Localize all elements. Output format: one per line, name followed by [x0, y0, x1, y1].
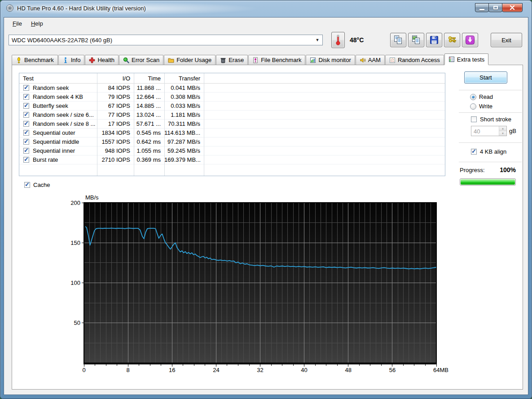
io-cell: 84 IOPS — [97, 84, 134, 91]
table-row[interactable]: ✓Sequential inner948 IOPS1.055 ms59.245 … — [19, 146, 445, 155]
step-down-icon[interactable]: ▼ — [499, 131, 506, 136]
tab-label: File Benchmark — [261, 57, 301, 63]
test-cell: ✓Random seek — [19, 84, 97, 91]
table-row[interactable]: ✓Random seek 4 KB79 IOPS12.664 ...0.308 … — [19, 93, 445, 102]
tab-disk-monitor[interactable]: Disk monitor — [306, 55, 355, 65]
test-name: Random seek 4 KB — [33, 93, 83, 100]
test-cell: ✓Sequential middle — [19, 138, 97, 145]
tab-health[interactable]: Health — [85, 55, 119, 65]
transfer-cell: 0.041 MB/s — [164, 84, 204, 91]
step-up-icon[interactable]: ▲ — [499, 126, 506, 131]
titlebar[interactable]: HD Tune Pro 4.60 - Hard Disk Utility (tr… — [0, 0, 532, 17]
short-stroke-checkbox[interactable]: ✓ Short stroke — [471, 116, 511, 123]
tab-info[interactable]: Info — [58, 55, 85, 65]
svg-text:48: 48 — [345, 367, 352, 373]
maximize-button[interactable] — [488, 3, 502, 12]
tab-folder-usage[interactable]: Folder Usage — [164, 55, 215, 65]
svg-text:56: 56 — [389, 367, 396, 373]
table-row[interactable]: ✓Random seek / size 6...77 IOPS13.024 ..… — [19, 111, 445, 120]
row-checkbox[interactable]: ✓ — [23, 157, 29, 163]
read-radio[interactable]: Read — [470, 93, 493, 100]
time-cell: 57.671 ... — [134, 120, 164, 127]
erase-icon — [220, 57, 226, 63]
tab-label: Error Scan — [132, 57, 159, 63]
write-label: Write — [479, 103, 492, 110]
keys-icon — [447, 35, 457, 45]
table-row[interactable]: ✓Sequential middle1557 IOPS0.642 ms97.28… — [19, 137, 445, 146]
menu-help[interactable]: Help — [26, 18, 48, 29]
row-checkbox[interactable]: ✓ — [23, 148, 29, 154]
row-checkbox[interactable]: ✓ — [23, 112, 29, 118]
row-checkbox[interactable]: ✓ — [23, 139, 29, 145]
4kb-align-checkbox[interactable]: ✓ 4 KB align — [471, 148, 506, 155]
row-checkbox[interactable]: ✓ — [23, 94, 29, 100]
time-cell: 0.545 ms — [134, 129, 164, 136]
table-row[interactable]: ✓Sequential outer1834 IOPS0.545 ms114.61… — [19, 129, 445, 137]
separator — [459, 112, 522, 113]
table-row[interactable]: ✓Burst rate2710 IOPS0.369 ms169.379 MB..… — [19, 155, 445, 164]
copy-text-button[interactable] — [390, 33, 406, 47]
exit-button[interactable]: Exit — [491, 33, 522, 47]
transfer-cell: 114.613 MB... — [164, 129, 204, 136]
copy-image-button[interactable] — [408, 33, 424, 47]
table-header: TestI/OTimeTransfer — [19, 73, 445, 84]
write-radio[interactable]: Write — [470, 103, 492, 110]
app-icon — [6, 4, 14, 12]
svg-text:8: 8 — [126, 367, 129, 373]
client-area: FileHelp WDC WD6400AAKS-22A7B2 (640 gB) … — [4, 17, 528, 395]
4kb-align-label: 4 KB align — [480, 148, 506, 155]
tab-file-benchmark[interactable]: File Benchmark — [248, 55, 305, 65]
column-separator — [204, 73, 204, 176]
app-window: HD Tune Pro 4.60 - Hard Disk Utility (tr… — [0, 0, 532, 399]
check-icon: ✓ — [24, 138, 29, 144]
temperature-button[interactable] — [331, 32, 345, 48]
svg-text:0: 0 — [82, 367, 85, 373]
row-checkbox[interactable]: ✓ — [23, 85, 29, 91]
test-name: Sequential inner — [33, 147, 75, 154]
row-checkbox[interactable]: ✓ — [23, 121, 29, 127]
table-row[interactable]: ✓Random seek / size 8 ...17 IOPS57.671 .… — [19, 120, 445, 129]
transfer-chart: 501001502000816243240485664MBMB/s — [59, 192, 459, 386]
menu-file[interactable]: File — [8, 18, 26, 29]
tab-erase[interactable]: Erase — [216, 55, 248, 65]
save-button[interactable] — [426, 33, 442, 47]
row-checkbox[interactable]: ✓ — [23, 130, 29, 136]
error-scan-icon — [123, 57, 129, 63]
test-cell: ✓Burst rate — [19, 156, 97, 163]
tab-extra-tests[interactable]: Extra tests — [444, 53, 488, 65]
test-cell: ✓Sequential inner — [19, 147, 97, 154]
io-cell: 1557 IOPS — [97, 138, 134, 145]
stepper-buttons: ▲ ▼ — [499, 126, 506, 136]
short-stroke-size-input[interactable]: 40 ▲ ▼ — [471, 126, 507, 136]
window-controls — [475, 3, 523, 12]
download-button[interactable] — [462, 33, 478, 47]
cache-checkbox[interactable]: ✓ Cache — [24, 182, 50, 188]
keys-button[interactable] — [444, 33, 460, 47]
svg-text:50: 50 — [74, 319, 80, 326]
benchmark-icon — [16, 57, 22, 63]
thermometer-icon — [335, 34, 341, 46]
table-row[interactable]: ✓Random seek84 IOPS11.868 ...0.041 MB/s — [19, 84, 445, 93]
io-cell: 67 IOPS — [97, 102, 134, 109]
checkbox-icon: ✓ — [471, 116, 477, 122]
close-button[interactable] — [502, 3, 523, 12]
tab-label: Extra tests — [457, 56, 484, 63]
tab-label: Disk monitor — [318, 57, 351, 63]
minimize-button[interactable] — [475, 3, 489, 12]
separator — [459, 90, 522, 90]
transfer-cell: 0.033 MB/s — [164, 102, 204, 109]
tab-error-scan[interactable]: Error Scan — [119, 55, 163, 65]
short-stroke-label: Short stroke — [480, 116, 511, 123]
test-cell: ✓Sequential outer — [19, 129, 97, 136]
column-separator — [97, 73, 97, 176]
tab-random-access[interactable]: Random Access — [385, 55, 444, 65]
drive-select[interactable]: WDC WD6400AAKS-22A7B2 (640 gB) ▼ — [9, 35, 323, 45]
tab-aam[interactable]: AAM — [356, 55, 385, 65]
start-button[interactable]: Start — [464, 71, 507, 84]
transfer-cell: 0.308 MB/s — [164, 93, 204, 100]
svg-text:32: 32 — [257, 367, 263, 373]
row-checkbox[interactable]: ✓ — [23, 103, 29, 109]
tab-label: Erase — [229, 57, 244, 63]
tab-benchmark[interactable]: Benchmark — [12, 55, 58, 65]
table-row[interactable]: ✓Butterfly seek67 IOPS14.885 ...0.033 MB… — [19, 102, 445, 111]
